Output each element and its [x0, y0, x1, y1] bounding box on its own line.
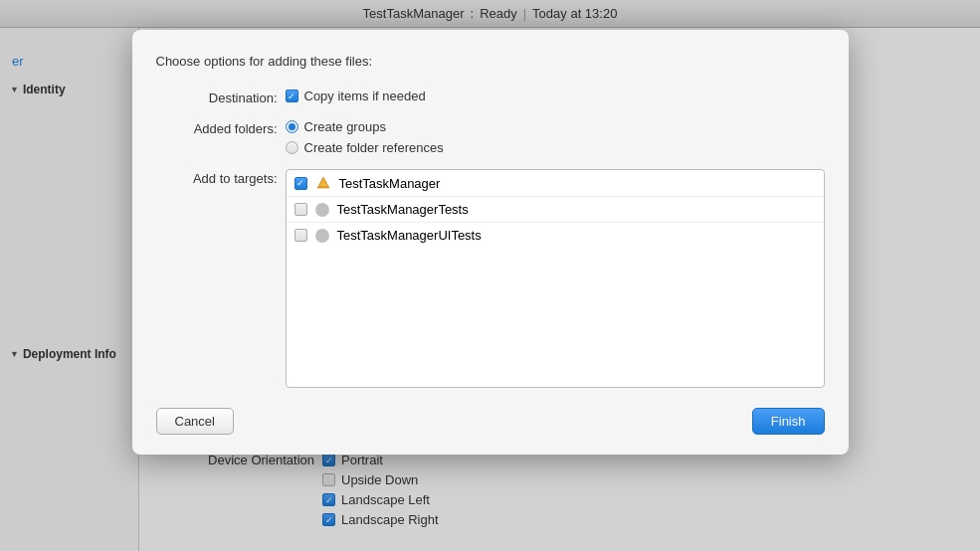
copy-items-checkbox[interactable]: ✓	[286, 90, 298, 102]
destination-label: Destination:	[156, 89, 286, 105]
target-row-tests: TestTaskManagerTests	[287, 197, 824, 223]
create-folder-refs-radio[interactable]	[286, 141, 298, 154]
create-groups-option: Create groups	[286, 119, 825, 134]
finish-button[interactable]: Finish	[752, 408, 825, 435]
modal-title: Choose options for adding these files:	[156, 54, 825, 69]
app-icon	[315, 175, 331, 191]
added-folders-control: Create groups Create folder references	[286, 119, 825, 155]
target-row-uitests: TestTaskManagerUITests	[287, 223, 824, 248]
target-app-checkbox[interactable]: ✓	[294, 177, 307, 190]
targets-box: ✓ TestTaskManager TestTaskManagerTests	[286, 169, 825, 388]
added-folders-label: Added folders:	[156, 119, 286, 136]
target-app-label: TestTaskManager	[339, 176, 441, 191]
target-uitests-checkbox[interactable]	[294, 229, 307, 242]
create-folder-refs-label: Create folder references	[304, 140, 444, 155]
cancel-button[interactable]: Cancel	[156, 408, 234, 435]
targets-box-control: ✓ TestTaskManager TestTaskManagerTests	[286, 169, 825, 388]
test-icon-1	[315, 203, 329, 217]
destination-checkbox-option: ✓ Copy items if needed	[286, 89, 825, 103]
create-folder-refs-option: Create folder references	[286, 140, 825, 155]
modal-dialog: Choose options for adding these files: D…	[132, 30, 849, 455]
target-row-app: ✓ TestTaskManager	[287, 170, 824, 197]
destination-control: ✓ Copy items if needed	[286, 89, 825, 103]
modal-buttons: Cancel Finish	[156, 408, 825, 435]
target-tests-checkbox[interactable]	[294, 203, 307, 216]
target-tests-label: TestTaskManagerTests	[337, 202, 469, 217]
target-uitests-label: TestTaskManagerUITests	[337, 228, 482, 243]
modal-overlay: Choose options for adding these files: D…	[0, 0, 980, 551]
add-to-targets-row: Add to targets: ✓ TestTaskManager	[156, 169, 825, 388]
added-folders-row: Added folders: Create groups Create fold…	[156, 119, 825, 155]
create-groups-label: Create groups	[304, 119, 386, 134]
add-to-targets-label: Add to targets:	[156, 169, 286, 186]
test-icon-2	[315, 229, 329, 243]
modal-form: Destination: ✓ Copy items if needed Adde…	[156, 89, 825, 388]
copy-items-label: Copy items if needed	[304, 89, 426, 103]
create-groups-radio[interactable]	[286, 120, 298, 133]
destination-row: Destination: ✓ Copy items if needed	[156, 89, 825, 105]
